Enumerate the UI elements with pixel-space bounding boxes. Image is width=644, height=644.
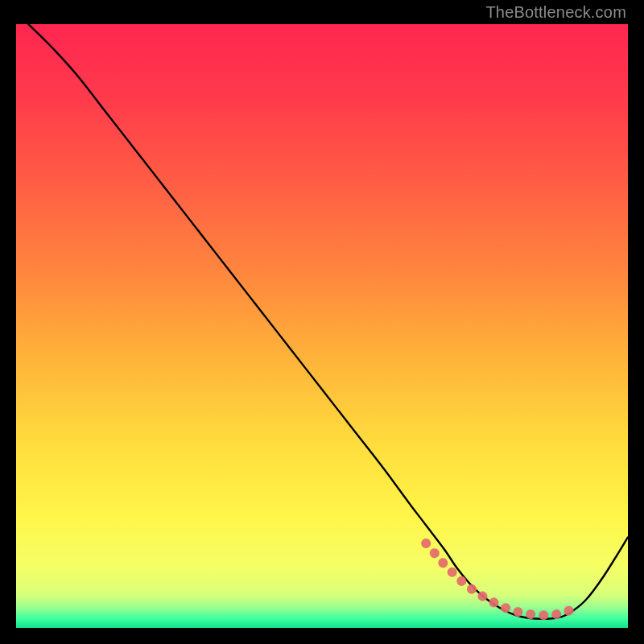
chart-area — [16, 24, 628, 628]
bottleneck-chart — [16, 24, 628, 628]
watermark-text: TheBottleneck.com — [485, 3, 626, 22]
